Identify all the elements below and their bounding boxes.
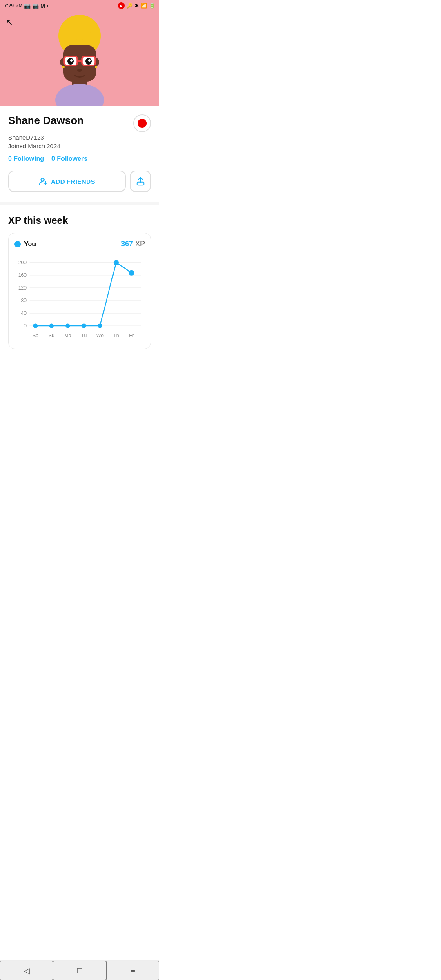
svg-point-17 [62, 66, 65, 68]
svg-point-14 [88, 59, 91, 62]
bluetooth-icon: ✱ [135, 3, 139, 9]
svg-text:80: 80 [21, 298, 27, 303]
svg-point-47 [98, 323, 102, 328]
svg-point-18 [95, 66, 97, 68]
svg-text:120: 120 [18, 285, 27, 291]
svg-point-43 [33, 323, 38, 328]
svg-point-19 [41, 178, 44, 181]
svg-text:We: We [96, 333, 104, 339]
nav-menu-button[interactable]: ≡ [106, 961, 159, 980]
section-divider [0, 202, 159, 205]
svg-point-49 [129, 270, 134, 276]
xp-value: 367 [121, 240, 133, 248]
menu-icon: ≡ [130, 966, 135, 975]
nav-home-button[interactable]: □ [53, 961, 106, 980]
add-person-icon [39, 177, 48, 186]
profile-name: Shane Dawson [8, 114, 84, 127]
record-button[interactable] [133, 114, 151, 132]
legend-label: You [24, 241, 36, 248]
add-friends-label: ADD FRIENDS [51, 178, 95, 185]
bottom-spacer [0, 356, 159, 380]
profile-username: ShaneD7123 [8, 134, 151, 141]
svg-text:0: 0 [24, 323, 27, 329]
svg-text:Tu: Tu [81, 333, 87, 339]
svg-point-3 [55, 84, 104, 106]
status-right: ▶ 🔑 ✱ 📶 🔋 [118, 2, 155, 9]
xp-unit: XP [135, 240, 145, 248]
svg-text:Fr: Fr [129, 333, 134, 339]
profile-joined: Joined March 2024 [8, 143, 151, 149]
status-bar: 7:29 PM 📷 📷 M • ▶ 🔑 ✱ 📶 🔋 [0, 0, 159, 11]
chart-xp-display: 367 XP [121, 240, 145, 248]
svg-point-46 [82, 323, 86, 328]
record-dot-icon [138, 119, 147, 128]
video2-icon: 📷 [32, 3, 39, 9]
svg-point-45 [65, 323, 70, 328]
gmail-icon: M [40, 3, 45, 9]
profile-section: Shane Dawson ShaneD7123 Joined March 202… [0, 106, 159, 200]
svg-point-12 [70, 59, 73, 62]
followers-count[interactable]: 0 Followers [51, 155, 87, 163]
svg-text:Mo: Mo [64, 333, 71, 339]
nav-back-button[interactable]: ◁ [0, 961, 53, 980]
svg-point-44 [49, 323, 54, 328]
action-buttons: ADD FRIENDS [8, 171, 151, 192]
cursor: ↖ [6, 17, 13, 28]
chart-card: You 367 XP 200 160 120 80 40 0 S [8, 233, 151, 349]
share-icon [136, 177, 145, 186]
following-count[interactable]: 0 Following [8, 155, 44, 163]
hero-banner [0, 0, 159, 106]
svg-rect-8 [77, 60, 82, 62]
xp-section: XP this week You 367 XP 200 160 120 [0, 207, 159, 356]
legend-dot [14, 241, 21, 247]
time-display: 7:29 PM [4, 3, 22, 9]
home-icon: □ [77, 966, 82, 975]
profile-header: Shane Dawson [8, 114, 151, 132]
svg-text:Su: Su [49, 333, 55, 339]
svg-point-16 [68, 17, 91, 40]
back-icon: ◁ [24, 966, 30, 976]
battery-icon: 🔋 [149, 3, 155, 9]
avatar-illustration [39, 12, 120, 106]
svg-point-48 [114, 260, 119, 265]
chart-legend: You [14, 241, 36, 248]
svg-text:Th: Th [113, 333, 119, 339]
xp-title: XP this week [8, 215, 151, 226]
bottom-nav: ◁ □ ≡ [0, 960, 159, 980]
share-button[interactable] [130, 171, 151, 192]
video-icon: 📷 [24, 3, 31, 9]
svg-text:40: 40 [21, 310, 27, 316]
svg-text:160: 160 [18, 272, 27, 278]
follow-stats: 0 Following 0 Followers [8, 155, 151, 163]
svg-text:Sa: Sa [32, 333, 38, 339]
xp-chart: 200 160 120 80 40 0 Sa Su Mo Tu We Th Fr [14, 255, 145, 343]
record-status-icon: ▶ [118, 2, 125, 9]
wifi-icon: 📶 [141, 3, 147, 9]
chart-header: You 367 XP [14, 240, 145, 248]
svg-text:200: 200 [18, 260, 27, 265]
svg-point-15 [77, 69, 82, 72]
add-friends-button[interactable]: ADD FRIENDS [8, 171, 126, 192]
dot-icon: • [47, 3, 48, 9]
key-icon: 🔑 [127, 3, 133, 9]
status-left: 7:29 PM 📷 📷 M • [4, 3, 48, 9]
